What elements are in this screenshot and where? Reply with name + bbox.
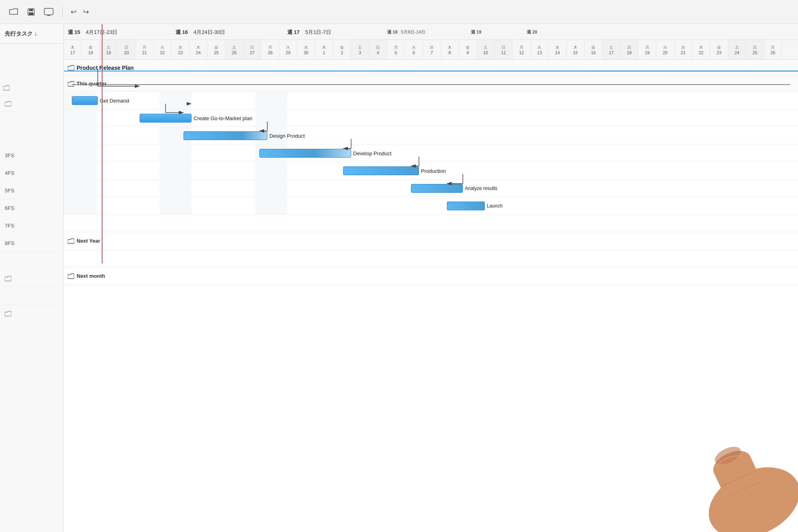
week-row: 週 15 4月17日-23日 週 16 4月24日-30日 週 17 5月1日-… <box>64 24 798 40</box>
production-label: Production <box>421 168 446 174</box>
gantt-next-year-row: Next Year <box>64 232 798 250</box>
day-cell-15: 木15 <box>567 40 585 60</box>
week16-date: 4月24日-30日 <box>194 29 225 36</box>
content-area: ↩ ↪ 先行タスク ↓ 3FS 4FS 5FS 6FS <box>0 0 798 532</box>
day-cell-7: 水7 <box>423 40 441 60</box>
design-product-bar[interactable] <box>184 131 267 140</box>
day-cell-25: 金25 <box>207 40 225 60</box>
gantt-area[interactable]: 週 15 4月17日-23日 週 16 4月24日-30日 週 17 5月1日-… <box>64 24 798 532</box>
sidebar-row-8fs: 8FS <box>0 235 63 252</box>
week18-date: 5月8日-14日 <box>401 29 425 35</box>
sidebar-row-next-month <box>0 305 63 322</box>
sidebar-row-blank <box>0 252 63 270</box>
week15-label: 週 15 <box>68 29 80 36</box>
gantt-row-analyze-results[interactable]: Analyze results <box>64 180 798 197</box>
gantt-row-blank2 <box>64 250 798 267</box>
day-cell-23: 水23 <box>172 40 190 60</box>
week18-label: 週 18 <box>387 29 397 35</box>
sidebar-row-project <box>0 80 63 96</box>
gantt-row-go-to-market[interactable]: Create Go-to-Market plan <box>64 109 798 127</box>
sidebar-row-day-labels <box>0 60 63 80</box>
day-cell-24: 木24 <box>190 40 207 60</box>
gantt-this-quarter-row: This quarter <box>64 76 798 92</box>
today-line <box>102 24 103 263</box>
production-bar[interactable] <box>343 166 419 175</box>
day-cell-27: 日27 <box>243 40 261 60</box>
week17-date: 5月1日-7日 <box>305 29 331 36</box>
screen-icon[interactable] <box>43 6 54 18</box>
design-product-label: Design Product <box>269 133 305 138</box>
day-cell-20: 火20 <box>656 40 674 60</box>
day-cell-22: 木22 <box>692 40 710 60</box>
next-year-label: Next Year <box>77 238 100 244</box>
day-cell-19: 月19 <box>638 40 656 60</box>
analyze-results-label: Analyze results <box>465 186 497 191</box>
day-cell-26: 月26 <box>764 40 782 60</box>
launch-bar[interactable] <box>447 202 485 210</box>
week16-label: 週 16 <box>176 29 188 36</box>
day-cell-1: 木1 <box>315 40 333 60</box>
sidebar-row-next-year <box>0 270 63 287</box>
day-cell-8: 木8 <box>441 40 459 60</box>
get-demand-bar[interactable] <box>72 96 98 105</box>
day-cell-18: 日18 <box>620 40 638 60</box>
sidebar-row-1fs <box>0 112 63 129</box>
day-cell-4: 日4 <box>369 40 387 60</box>
get-demand-label: Get Demand <box>100 97 129 103</box>
day-cell-22: 火22 <box>154 40 172 60</box>
day-cell-13: 火13 <box>531 40 549 60</box>
day-cell-17: 土17 <box>602 40 620 60</box>
day-cell-9: 金9 <box>459 40 477 60</box>
develop-product-bar[interactable] <box>259 149 351 158</box>
gantt-next-month-row: Next month <box>64 267 798 285</box>
toolbar: ↩ ↪ <box>0 0 798 24</box>
day-cell-6: 火6 <box>405 40 423 60</box>
gantt-row-production[interactable]: Production <box>64 162 798 180</box>
analyze-results-bar[interactable] <box>411 184 463 193</box>
day-cell-11: 日11 <box>495 40 513 60</box>
redo-button[interactable]: ↪ <box>83 8 89 16</box>
day-cell-16: 金16 <box>585 40 602 60</box>
gantt-body: Product Release Plan This quarter <box>64 60 798 285</box>
sidebar-row-this-quarter <box>0 96 63 112</box>
project-progress-line <box>64 70 798 71</box>
folder-icon[interactable] <box>8 6 19 18</box>
gantt-row-launch[interactable]: Launch <box>64 197 798 215</box>
day-cell-30: 水30 <box>297 40 315 60</box>
day-cell-5: 月5 <box>387 40 405 60</box>
gantt-row-develop-product[interactable]: Develop Product <box>64 144 798 162</box>
week20-label: 週 20 <box>527 29 537 35</box>
next-month-label: Next month <box>77 273 105 279</box>
gantt-row-blank <box>64 215 798 232</box>
day-cell-2: 金2 <box>333 40 351 60</box>
svg-rect-2 <box>29 12 34 15</box>
day-cell-20: 日20 <box>118 40 136 60</box>
gantt-row-get-demand[interactable]: Get Demand <box>64 92 798 109</box>
day-cell-18: 金18 <box>82 40 100 60</box>
go-to-market-bar[interactable] <box>140 114 192 123</box>
day-cell-24: 土24 <box>728 40 746 60</box>
day-cell-3: 土3 <box>351 40 369 60</box>
week19-label: 週 19 <box>471 29 481 35</box>
sidebar-row-2fs <box>0 129 63 147</box>
sidebar-row-5fs: 5FS <box>0 182 63 200</box>
gantt-row-design-product[interactable]: Design Product <box>64 127 798 144</box>
day-cell-21: 水21 <box>674 40 692 60</box>
sidebar-row-3fs: 3FS <box>0 147 63 164</box>
day-cell-10: 土10 <box>477 40 495 60</box>
sidebar-row-week-labels <box>0 44 63 60</box>
day-cell-21: 月21 <box>136 40 154 60</box>
day-cell-29: 火29 <box>279 40 297 60</box>
undo-button[interactable]: ↩ <box>71 8 77 16</box>
sidebar-row-4fs: 4FS <box>0 164 63 182</box>
day-cell-23: 金23 <box>710 40 728 60</box>
toolbar-divider <box>62 6 63 18</box>
sidebar-header-label: 先行タスク ↓ <box>5 30 37 38</box>
day-cell-26: 土26 <box>225 40 243 60</box>
day-cell-14: 水14 <box>549 40 567 60</box>
day-cell-12: 月12 <box>513 40 531 60</box>
week17-label: 週 17 <box>287 29 300 36</box>
go-to-market-label: Create Go-to-Market plan <box>194 115 252 121</box>
quarter-baseline-line <box>72 84 790 85</box>
save-icon[interactable] <box>26 6 37 18</box>
